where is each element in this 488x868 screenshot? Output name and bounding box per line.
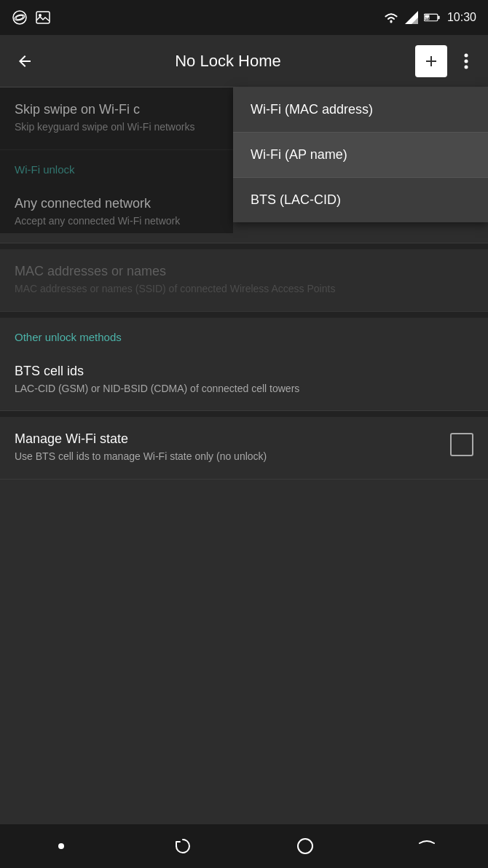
wifi-icon [383, 9, 399, 26]
app-bar: No Lock Home [0, 35, 488, 87]
mac-addresses-title: MAC addresses or names [15, 264, 462, 279]
app-bar-actions [415, 45, 479, 77]
svg-point-5 [390, 21, 392, 23]
nav-recent-icon[interactable] [165, 828, 201, 864]
manage-wifi-text: Manage Wi-Fi state Use BTS cell ids to m… [15, 431, 450, 464]
add-button[interactable] [415, 45, 447, 77]
back-button[interactable] [9, 45, 41, 77]
status-bar-left [12, 9, 51, 26]
svg-point-13 [465, 59, 468, 63]
status-bar-right: 16 10:30 [383, 9, 476, 26]
manage-wifi-checkbox[interactable] [450, 433, 473, 456]
battery-icon: 16 [424, 9, 440, 26]
dropdown-menu: Wi-Fi (MAC address) Wi-Fi (AP name) BTS … [233, 87, 488, 222]
signal-icon [404, 9, 420, 26]
mac-addresses-subtitle: MAC addresses or names (SSID) of connect… [15, 282, 462, 297]
separator-1 [0, 243, 488, 249]
manage-wifi-subtitle: Use BTS cell ids to manage Wi-Fi state o… [15, 450, 438, 464]
dropdown-item-mac[interactable]: Wi-Fi (MAC address) [233, 87, 488, 133]
dropdown-item-bts[interactable]: BTS (LAC-CID) [233, 178, 488, 222]
bts-cell-subtitle: LAC-CID (GSM) or NID-BSID (CDMA) of conn… [15, 382, 462, 396]
status-bar: 16 10:30 [0, 0, 488, 35]
bts-cell-title: BTS cell ids [15, 364, 462, 379]
svg-point-12 [465, 53, 468, 57]
image-icon [35, 9, 51, 26]
separator-3 [0, 411, 488, 417]
dropdown-item-ap[interactable]: Wi-Fi (AP name) [233, 133, 488, 178]
nav-back-icon[interactable] [43, 828, 79, 864]
svg-point-14 [465, 65, 468, 69]
other-unlock-header: Other unlock methods [0, 318, 488, 349]
spotify-icon [12, 9, 28, 26]
svg-point-15 [58, 843, 64, 849]
nav-bar [0, 824, 488, 868]
svg-text:16: 16 [425, 17, 430, 21]
manage-wifi-title: Manage Wi-Fi state [15, 431, 438, 447]
manage-wifi-item[interactable]: Manage Wi-Fi state Use BTS cell ids to m… [0, 417, 488, 480]
nav-menu-icon[interactable] [409, 828, 445, 864]
bts-cell-text: BTS cell ids LAC-CID (GSM) or NID-BSID (… [15, 364, 473, 396]
mac-addresses-item[interactable]: MAC addresses or names MAC addresses or … [0, 249, 488, 312]
bts-cell-item[interactable]: BTS cell ids LAC-CID (GSM) or NID-BSID (… [0, 349, 488, 412]
separator-2 [0, 312, 488, 318]
status-time: 10:30 [447, 11, 476, 24]
svg-rect-9 [438, 16, 439, 20]
svg-rect-3 [36, 12, 50, 23]
page-title: No Lock Home [41, 52, 415, 71]
more-options-button[interactable] [453, 45, 479, 77]
nav-home-icon[interactable] [287, 828, 323, 864]
svg-point-16 [298, 839, 312, 853]
mac-addresses-text: MAC addresses or names MAC addresses or … [15, 264, 473, 297]
